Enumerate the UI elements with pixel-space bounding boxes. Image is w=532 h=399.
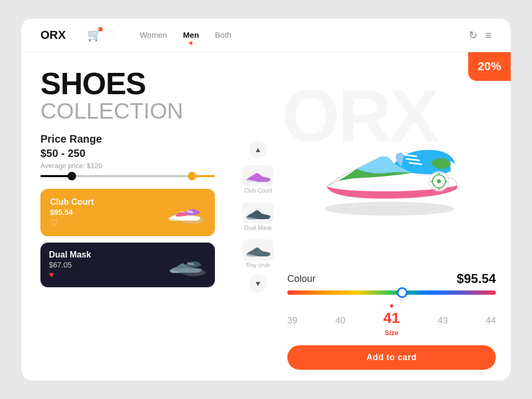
size-item-43[interactable]: 43 <box>438 315 448 326</box>
thumb-img-roy-crub <box>242 239 274 261</box>
main-shoe-wrap <box>287 61 496 267</box>
colour-section: Colour $95.54 <box>287 271 496 304</box>
size-number-41[interactable]: 41 <box>383 310 400 327</box>
card-name-club-court: Club Court <box>50 197 94 207</box>
thumb-label-dual-mask: Dual Mask <box>244 225 272 231</box>
card-price-dual-mask: $67.05 <box>49 261 91 269</box>
header-actions: ↻ ≡ <box>469 29 492 41</box>
nav-item-women[interactable]: Women <box>140 30 167 40</box>
left-panel: SHOES COLLECTION Price Range $50 - 250 A… <box>21 52 234 380</box>
size-number-44[interactable]: 44 <box>486 315 496 326</box>
thumb-img-dual-mask <box>242 202 274 223</box>
card-heart-club-court[interactable]: ♡ <box>50 218 94 228</box>
thumb-item-club-court[interactable]: Club Court <box>242 165 274 194</box>
heart-icon-wrap[interactable]: ♡ <box>107 28 117 42</box>
collection-title: COLLECTION <box>40 99 215 123</box>
card-name-dual-mask: Dual Mask <box>49 250 91 260</box>
slider-track[interactable] <box>40 175 215 177</box>
cart-icon-wrap[interactable]: 🛒 <box>87 28 102 42</box>
header: ORX 🛒 ♡ Women Men Both ↻ ≡ <box>21 19 511 52</box>
refresh-icon[interactable]: ↻ <box>469 29 478 41</box>
colour-slider-thumb[interactable] <box>397 287 408 298</box>
colour-label: Colour <box>287 273 315 285</box>
main-shoe-image <box>312 111 471 217</box>
nav-item-men[interactable]: Men <box>183 30 199 40</box>
size-section: 39 40 41 Size 43 44 <box>287 304 496 337</box>
thumb-label-club-court: Club Court <box>244 187 272 194</box>
size-number-39[interactable]: 39 <box>287 315 297 326</box>
size-item-40[interactable]: 40 <box>335 315 345 326</box>
main-card: ORX 🛒 ♡ Women Men Both ↻ ≡ <box>21 19 511 380</box>
shoes-title: SHOES <box>40 68 215 99</box>
app-container: ORX 🛒 ♡ Women Men Both ↻ ≡ <box>0 0 532 399</box>
product-card-dual-mask[interactable]: Dual Mask $67.05 ♥ <box>40 243 215 287</box>
thumb-nav-up[interactable]: ▲ <box>249 140 267 159</box>
main-nav: Women Men Both <box>140 30 459 40</box>
size-item-41[interactable]: 41 Size <box>383 304 400 337</box>
size-number-40[interactable]: 40 <box>335 315 345 326</box>
price-range-label: Price Range <box>40 133 215 145</box>
thumb-item-dual-mask[interactable]: Dual Mask <box>242 202 274 231</box>
thumb-shoe-svg-roy-crub <box>244 240 273 260</box>
price-slider[interactable] <box>40 175 215 177</box>
size-label: Size <box>385 329 398 337</box>
avg-price: Average price: $120 <box>40 162 215 170</box>
shoe-thumb-club-court <box>163 198 205 227</box>
slider-thumb-right[interactable] <box>188 172 196 180</box>
add-to-card-button[interactable]: Add to card <box>287 345 496 370</box>
size-item-39[interactable]: 39 <box>287 315 297 326</box>
thumb-img-club-court <box>242 165 274 186</box>
card-info-yellow: Club Court $95.54 ♡ <box>50 197 94 228</box>
price-range-value: $50 - 250 <box>40 147 215 160</box>
shoe-thumb-dual-mask <box>164 251 206 280</box>
thumb-shoe-svg-dual-mask <box>244 203 273 222</box>
product-card-club-court[interactable]: Club Court $95.54 ♡ <box>40 189 215 236</box>
heart-icon[interactable]: ♡ <box>107 29 117 41</box>
mid-panel: ▲ Club Court <box>234 52 282 380</box>
nav-item-both[interactable]: Both <box>215 30 231 40</box>
main-body: SHOES COLLECTION Price Range $50 - 250 A… <box>21 52 511 380</box>
slider-thumb-left[interactable] <box>68 172 76 180</box>
card-price-club-court: $95.54 <box>50 208 94 217</box>
colour-slider-wrap[interactable] <box>287 290 496 295</box>
header-icon-group: 🛒 ♡ <box>87 28 117 42</box>
filter-icon[interactable]: ≡ <box>485 29 492 41</box>
thumb-label-roy-crub: Roy crub <box>246 262 270 268</box>
shoe-image-dual-mask <box>164 252 206 278</box>
thumb-item-roy-crub[interactable]: Roy crub <box>242 239 274 268</box>
card-heart-dual-mask[interactable]: ♥ <box>49 270 91 280</box>
colour-row: Colour $95.54 <box>287 271 496 286</box>
size-active-dot <box>390 304 393 307</box>
thumb-nav-down[interactable]: ▼ <box>249 275 267 293</box>
right-panel: ORX 20% <box>282 52 511 380</box>
brand-logo: ORX <box>40 28 66 42</box>
size-item-44[interactable]: 44 <box>486 315 496 326</box>
card-info-dark: Dual Mask $67.05 ♥ <box>49 250 91 280</box>
colour-price: $95.54 <box>457 271 496 286</box>
colour-slider-track[interactable] <box>287 290 496 295</box>
size-number-43[interactable]: 43 <box>438 315 448 326</box>
thumb-shoe-svg-club-court <box>244 166 273 185</box>
cart-notification-dot <box>98 27 103 31</box>
svg-point-6 <box>324 202 454 215</box>
shoe-image-club-court <box>163 200 205 226</box>
svg-point-12 <box>437 179 441 184</box>
